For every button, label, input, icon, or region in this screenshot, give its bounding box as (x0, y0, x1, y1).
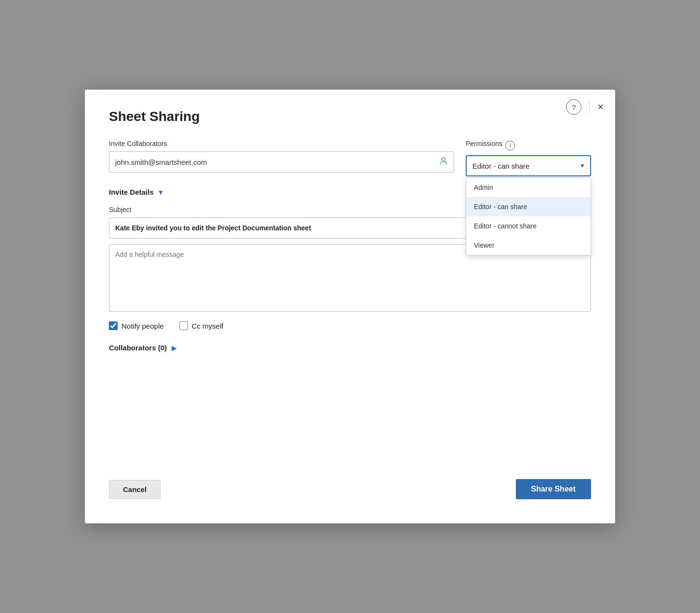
cc-myself-label: Cc myself (192, 322, 224, 330)
close-button[interactable]: × (597, 102, 604, 112)
cc-myself-checkbox-item[interactable]: Cc myself (179, 321, 224, 330)
help-icon: ? (572, 103, 576, 111)
permissions-select-wrapper: Admin Editor - can share Editor - cannot… (466, 155, 591, 176)
collaborators-label: Collaborators (0) (109, 344, 167, 352)
collaborators-chevron-icon: ▶ (172, 344, 177, 352)
dropdown-item-admin[interactable]: Admin (466, 178, 591, 197)
icon-divider (589, 101, 590, 113)
invite-input-wrapper (109, 151, 454, 173)
checkboxes-row: Notify people Cc myself (109, 321, 591, 330)
help-button[interactable]: ? (566, 99, 581, 115)
collaborators-row[interactable]: Collaborators (0) ▶ (109, 344, 591, 352)
permissions-label-row: Permissions i (466, 140, 591, 151)
dropdown-item-editor-cannot-share[interactable]: Editor - cannot share (466, 216, 591, 236)
invite-collaborators-section: Invite Collaborators (109, 140, 454, 173)
invite-details-chevron-icon: ▼ (158, 188, 164, 196)
invite-collaborators-label: Invite Collaborators (109, 140, 454, 147)
notify-people-checkbox[interactable] (109, 321, 118, 330)
cc-myself-checkbox[interactable] (179, 321, 188, 330)
svg-point-0 (442, 158, 445, 161)
page-title: Sheet Sharing (109, 109, 591, 124)
notify-people-checkbox-item[interactable]: Notify people (109, 321, 164, 330)
dialog-footer: Cancel Share Sheet (109, 465, 591, 499)
invite-details-label: Invite Details (109, 188, 154, 196)
invite-permissions-row: Invite Collaborators Permissions (109, 140, 591, 176)
permissions-info-icon[interactable]: i (505, 141, 515, 150)
permissions-select[interactable]: Admin Editor - can share Editor - cannot… (466, 155, 591, 176)
permissions-section: Permissions i Admin Editor - can share E… (466, 140, 591, 176)
dialog-top-icons: ? × (566, 99, 604, 115)
person-icon (439, 156, 448, 168)
notify-people-label: Notify people (121, 322, 164, 330)
permissions-label: Permissions (466, 140, 502, 147)
dropdown-item-editor-can-share[interactable]: Editor - can share (466, 197, 591, 216)
dropdown-item-viewer[interactable]: Viewer (466, 236, 591, 255)
permissions-dropdown-menu: Admin Editor - can share Editor - cannot… (466, 177, 591, 255)
close-icon: × (597, 101, 604, 113)
share-sheet-button[interactable]: Share Sheet (516, 479, 591, 499)
cancel-button[interactable]: Cancel (109, 480, 161, 499)
invite-email-input[interactable] (109, 151, 454, 173)
sheet-sharing-dialog: ? × Sheet Sharing Invite Collaborators (85, 90, 615, 523)
